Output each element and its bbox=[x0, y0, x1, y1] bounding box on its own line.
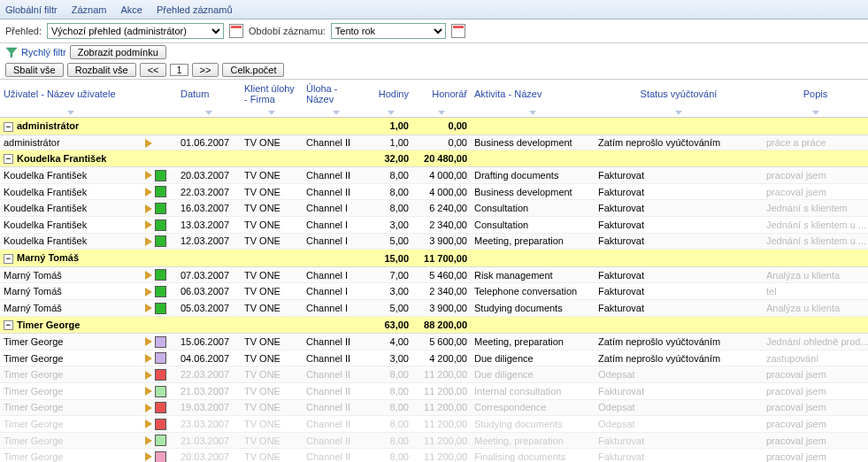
arrow-icon bbox=[145, 436, 152, 445]
table-row[interactable]: Timer George 19.03.2007 TV ONE Channel I… bbox=[0, 399, 868, 416]
status-square-icon bbox=[155, 402, 166, 413]
prev-page-button[interactable]: << bbox=[140, 63, 167, 77]
obdobi-label: Období záznamu: bbox=[249, 26, 326, 36]
status-square-icon bbox=[155, 219, 166, 231]
arrow-icon bbox=[145, 188, 152, 196]
col-task[interactable]: Úloha - Název bbox=[303, 80, 370, 118]
status-square-icon bbox=[155, 386, 166, 397]
next-page-button[interactable]: >> bbox=[192, 63, 219, 77]
col-client[interactable]: Klient úlohy - Firma bbox=[241, 80, 303, 118]
table-row[interactable]: Marný Tomáš 05.03.2007 TV ONE Channel I … bbox=[0, 300, 868, 317]
arrow-icon bbox=[145, 371, 152, 380]
table-row[interactable]: Timer George 20.03.2007 TV ONE Channel I… bbox=[0, 449, 868, 462]
col-status[interactable]: Status vyúčtování bbox=[595, 80, 763, 118]
status-square-icon bbox=[155, 170, 166, 181]
arrow-icon bbox=[145, 354, 152, 363]
table-row[interactable]: Koudelka František 20.03.2007 TV ONE Cha… bbox=[0, 167, 868, 184]
menu-item[interactable]: Přehled záznamů bbox=[157, 4, 233, 15]
collapse-icon[interactable]: − bbox=[4, 122, 13, 132]
group-row[interactable]: −Timer George63,0088 200,00 bbox=[0, 316, 868, 334]
arrow-icon bbox=[145, 452, 152, 461]
table-row[interactable]: Marný Tomáš 07.03.2007 TV ONE Channel I … bbox=[0, 266, 868, 283]
arrow-icon bbox=[145, 288, 152, 296]
quick-filter-link[interactable]: Rychlý filtr bbox=[21, 47, 66, 58]
table-row[interactable]: Timer George 15.06.2007 TV ONE Channel I… bbox=[0, 334, 868, 350]
menu-item[interactable]: Akce bbox=[120, 4, 142, 15]
status-square-icon bbox=[155, 369, 166, 381]
group-row[interactable]: −Marný Tomáš15,0011 700,00 bbox=[0, 250, 868, 267]
col-user[interactable]: Uživatel - Název uživatele bbox=[0, 80, 142, 118]
table-row[interactable]: administrátor 01.06.2007 TV ONE Channel … bbox=[0, 135, 868, 150]
funnel-icon bbox=[5, 46, 18, 58]
status-square-icon bbox=[155, 303, 166, 314]
col-desc[interactable]: Popis bbox=[763, 80, 868, 118]
collapse-icon[interactable]: − bbox=[4, 320, 13, 330]
arrow-icon bbox=[145, 139, 152, 148]
menubar: Globální filtr Záznam Akce Přehled zázna… bbox=[0, 0, 868, 19]
col-hours[interactable]: Hodiny bbox=[370, 80, 412, 118]
calendar-icon[interactable] bbox=[451, 24, 465, 38]
table-row[interactable]: Koudelka František 16.03.2007 TV ONE Cha… bbox=[0, 200, 868, 217]
arrow-icon bbox=[145, 387, 152, 396]
page-number: 1 bbox=[170, 64, 188, 76]
status-square-icon bbox=[155, 286, 166, 297]
prehled-label: Přehled: bbox=[5, 26, 42, 36]
status-square-icon bbox=[155, 336, 166, 348]
collapse-icon[interactable]: − bbox=[4, 254, 13, 264]
status-square-icon bbox=[155, 203, 166, 214]
status-square-icon bbox=[155, 186, 166, 197]
arrow-icon bbox=[145, 304, 152, 312]
show-condition-button[interactable]: Zobrazit podmínku bbox=[70, 45, 166, 59]
status-square-icon bbox=[155, 451, 166, 462]
arrow-icon bbox=[145, 420, 152, 428]
arrow-icon bbox=[145, 337, 152, 346]
status-square-icon bbox=[155, 269, 166, 281]
col-icons[interactable] bbox=[142, 80, 177, 118]
table-row[interactable]: Marný Tomáš 06.03.2007 TV ONE Channel I … bbox=[0, 283, 868, 300]
collapse-all-button[interactable]: Sbalit vše bbox=[5, 63, 64, 77]
arrow-icon bbox=[145, 171, 152, 180]
table-row[interactable]: Koudelka František 13.03.2007 TV ONE Cha… bbox=[0, 217, 868, 234]
expand-all-button[interactable]: Rozbalit vše bbox=[67, 63, 136, 77]
table-row[interactable]: Koudelka František 12.03.2007 TV ONE Cha… bbox=[0, 233, 868, 250]
total-count-button[interactable]: Celk.počet bbox=[222, 63, 284, 77]
records-table: Uživatel - Název uživatele Datum Klient … bbox=[0, 80, 868, 462]
toolbar-filter: Rychlý filtr Zobrazit podmínku bbox=[0, 43, 868, 61]
table-row[interactable]: Timer George 04.06.2007 TV ONE Channel I… bbox=[0, 350, 868, 366]
status-square-icon bbox=[155, 235, 166, 247]
status-square-icon bbox=[155, 419, 166, 430]
status-square-icon bbox=[155, 352, 166, 364]
arrow-icon bbox=[145, 237, 152, 246]
arrow-icon bbox=[145, 271, 152, 280]
group-row[interactable]: −Koudelka František32,0020 480,00 bbox=[0, 150, 868, 167]
arrow-icon bbox=[145, 404, 152, 412]
col-activity[interactable]: Aktivita - Název bbox=[471, 80, 595, 118]
table-row[interactable]: Timer George 23.03.2007 TV ONE Channel I… bbox=[0, 416, 868, 433]
arrow-icon bbox=[145, 204, 152, 213]
col-fee[interactable]: Honorář bbox=[412, 80, 471, 118]
toolbar-paging: Sbalit vše Rozbalit vše << 1 >> Celk.poč… bbox=[0, 61, 868, 80]
prehled-select[interactable]: Výchozí přehled (administrátor) bbox=[47, 23, 224, 39]
table-row[interactable]: Koudelka František 22.03.2007 TV ONE Cha… bbox=[0, 183, 868, 200]
table-row[interactable]: Timer George 21.03.2007 TV ONE Channel I… bbox=[0, 432, 868, 449]
config-icon[interactable] bbox=[229, 24, 243, 38]
col-date[interactable]: Datum bbox=[177, 80, 241, 118]
table-row[interactable]: Timer George 22.03.2007 TV ONE Channel I… bbox=[0, 366, 868, 383]
menu-item[interactable]: Globální filtr bbox=[5, 4, 58, 15]
status-square-icon bbox=[155, 435, 166, 446]
menu-item[interactable]: Záznam bbox=[72, 4, 107, 15]
arrow-icon bbox=[145, 220, 152, 229]
collapse-icon[interactable]: − bbox=[4, 154, 13, 164]
group-row[interactable]: −administrátor1,000,00 bbox=[0, 118, 868, 135]
obdobi-select[interactable]: Tento rok bbox=[331, 23, 446, 39]
table-row[interactable]: Timer George 21.03.2007 TV ONE Channel I… bbox=[0, 383, 868, 400]
toolbar-view: Přehled: Výchozí přehled (administrátor)… bbox=[0, 19, 868, 43]
